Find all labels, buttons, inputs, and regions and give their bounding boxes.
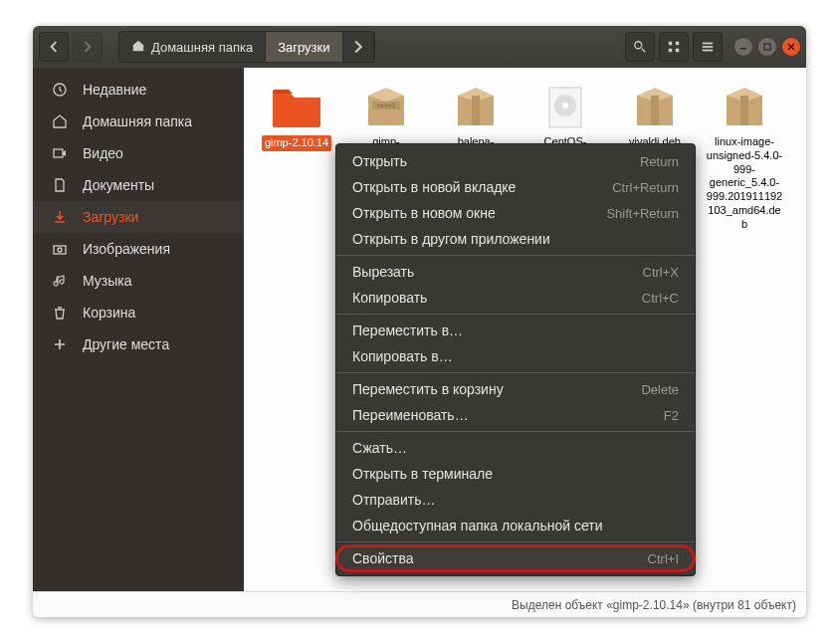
- svg-rect-2: [676, 42, 680, 46]
- trash-icon: [51, 304, 69, 322]
- minimize-button[interactable]: [734, 38, 752, 56]
- cm-copy[interactable]: КопироватьCtrl+C: [336, 285, 695, 311]
- forward-button[interactable]: [73, 32, 103, 62]
- back-button[interactable]: [39, 32, 69, 62]
- sidebar-item-home[interactable]: Домашняя папка: [33, 106, 244, 137]
- package-icon: tar.bz2: [357, 82, 415, 133]
- svg-rect-6: [703, 46, 714, 48]
- cm-share[interactable]: Общедоступная папка локальной сети: [336, 513, 695, 538]
- sidebar-item-documents[interactable]: Документы: [33, 169, 244, 201]
- video-icon: [51, 144, 69, 162]
- sidebar-item-label: Другие места: [83, 336, 169, 352]
- cm-open-tab[interactable]: Открыть в новой вкладкеCtrl+Return: [336, 174, 695, 200]
- menu-button[interactable]: [693, 32, 723, 62]
- cm-open[interactable]: ОткрытьReturn: [336, 148, 695, 174]
- download-icon: [51, 208, 69, 226]
- package-icon: [626, 82, 684, 133]
- sidebar-item-downloads[interactable]: Загрузки: [33, 201, 244, 233]
- separator: [336, 431, 695, 432]
- disc-icon: [536, 82, 594, 133]
- cm-open-other[interactable]: Открыть в другом приложении: [336, 226, 695, 252]
- breadcrumb-label: Загрузки: [278, 40, 329, 55]
- svg-point-21: [562, 103, 568, 108]
- cm-move-to[interactable]: Переместить в…: [336, 318, 695, 343]
- context-menu: ОткрытьReturn Открыть в новой вкладкеCtr…: [335, 143, 696, 576]
- sidebar-item-other[interactable]: Другие места: [33, 328, 244, 360]
- svg-rect-9: [764, 44, 770, 50]
- cm-compress[interactable]: Сжать…: [336, 435, 695, 461]
- separator: [336, 541, 695, 542]
- plus-icon: [51, 335, 69, 353]
- package-icon: [716, 82, 773, 133]
- sidebar-item-recent[interactable]: Недавние: [33, 74, 244, 106]
- sidebar-item-label: Музыка: [83, 273, 132, 289]
- file-item[interactable]: linux-image-unsigned-5.4.0-999-generic_5…: [706, 82, 783, 231]
- cm-trash[interactable]: Переместить в корзинуDelete: [336, 376, 695, 402]
- svg-rect-11: [54, 149, 63, 157]
- svg-rect-5: [703, 43, 714, 45]
- sidebar: Недавние Домашняя папка Видео Документы …: [33, 68, 244, 591]
- search-button[interactable]: [625, 32, 655, 62]
- svg-text:tar.bz2: tar.bz2: [377, 103, 396, 108]
- svg-rect-3: [669, 49, 673, 53]
- sidebar-item-trash[interactable]: Корзина: [33, 297, 244, 328]
- svg-point-13: [58, 248, 62, 252]
- cm-send[interactable]: Отправить…: [336, 487, 695, 513]
- separator: [336, 314, 695, 315]
- sidebar-item-label: Видео: [83, 145, 123, 161]
- sidebar-item-label: Изображения: [83, 241, 170, 257]
- breadcrumb-home[interactable]: Домашняя папка: [119, 32, 266, 62]
- svg-rect-8: [740, 48, 746, 50]
- cm-copy-to[interactable]: Копировать в…: [336, 343, 695, 369]
- sidebar-item-label: Домашняя папка: [83, 113, 192, 129]
- sidebar-item-label: Документы: [83, 177, 154, 193]
- close-button[interactable]: [782, 38, 800, 56]
- file-item[interactable]: gimp-2.10.14: [258, 82, 335, 231]
- svg-point-0: [635, 42, 642, 49]
- cm-cut[interactable]: ВырезатьCtrl+X: [336, 259, 695, 285]
- breadcrumb: Домашняя папка Загрузки: [118, 31, 375, 63]
- svg-rect-4: [676, 49, 680, 53]
- svg-rect-1: [669, 42, 673, 46]
- sidebar-item-music[interactable]: Музыка: [33, 265, 244, 297]
- svg-rect-25: [740, 96, 748, 125]
- breadcrumb-label: Домашняя папка: [151, 40, 253, 55]
- file-label: linux-image-unsigned-5.4.0-999-generic_5…: [706, 135, 783, 231]
- svg-rect-12: [54, 246, 66, 254]
- sidebar-item-pictures[interactable]: Изображения: [33, 233, 244, 265]
- home-icon: [131, 39, 145, 56]
- sidebar-item-label: Загрузки: [83, 209, 138, 225]
- folder-icon: [268, 82, 325, 133]
- sidebar-item-videos[interactable]: Видео: [33, 137, 244, 169]
- maximize-button[interactable]: [758, 38, 776, 56]
- separator: [336, 255, 695, 256]
- cm-rename[interactable]: Переименовать…F2: [336, 402, 695, 428]
- sidebar-item-label: Корзина: [83, 305, 135, 321]
- cm-properties[interactable]: СвойстваCtrl+I: [336, 545, 695, 571]
- statusbar: Выделен объект «gimp-2.10.14» (внутри 81…: [33, 591, 806, 617]
- view-grid-button[interactable]: [659, 32, 689, 62]
- home-icon: [51, 112, 69, 130]
- sidebar-item-label: Недавние: [83, 82, 146, 98]
- svg-rect-18: [472, 96, 480, 125]
- status-text: Выделен объект «gimp-2.10.14» (внутри 81…: [512, 598, 796, 612]
- titlebar: Домашняя папка Загрузки: [33, 26, 806, 68]
- svg-rect-7: [703, 50, 714, 52]
- clock-icon: [51, 81, 69, 99]
- file-label: gimp-2.10.14: [262, 135, 331, 151]
- package-icon: [447, 82, 505, 133]
- document-icon: [51, 176, 69, 194]
- separator: [336, 372, 695, 373]
- breadcrumb-more[interactable]: [343, 32, 374, 62]
- music-icon: [51, 272, 69, 290]
- svg-rect-23: [651, 96, 659, 125]
- breadcrumb-current[interactable]: Загрузки: [266, 32, 342, 62]
- cm-terminal[interactable]: Открыть в терминале: [336, 461, 695, 487]
- cm-open-window[interactable]: Открыть в новом окнеShift+Return: [336, 200, 695, 226]
- camera-icon: [51, 240, 69, 258]
